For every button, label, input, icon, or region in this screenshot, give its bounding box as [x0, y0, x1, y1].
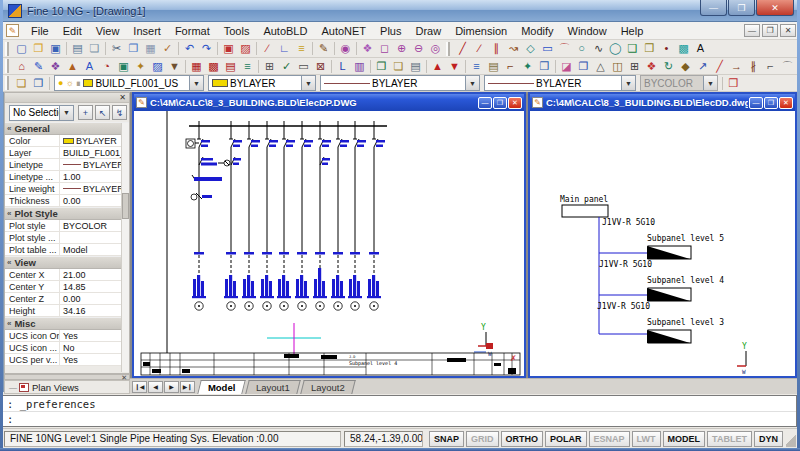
- new-file-icon[interactable]: ▢: [13, 41, 30, 56]
- command-input[interactable]: :: [3, 412, 796, 426]
- arc-icon[interactable]: ⌒: [556, 41, 573, 56]
- layer-dropdown[interactable]: ● ☼ ∎ BUILD_FL001_US ▼: [54, 75, 204, 91]
- match-properties-icon[interactable]: ✓: [159, 41, 176, 56]
- copy-icon[interactable]: ❐: [125, 41, 142, 56]
- toggle-pickadd-icon[interactable]: +: [78, 105, 93, 120]
- tab-model[interactable]: Model: [197, 380, 246, 394]
- minimize-button[interactable]: —: [478, 97, 492, 109]
- drawing-window-titlebar[interactable]: ✎ C:\4M\CALC\8_3_BUILDING.BLD\ElecDP.DWG…: [134, 94, 524, 111]
- save-icon[interactable]: ▣: [47, 41, 64, 56]
- restore-button[interactable]: ❐: [764, 97, 778, 109]
- prop-row[interactable]: Linetype BYLAYER: [5, 159, 129, 171]
- prop-row[interactable]: UCS icon ... No: [5, 342, 129, 354]
- zoom-in-icon[interactable]: ⊕: [393, 41, 410, 56]
- line-icon[interactable]: ╱: [454, 41, 471, 56]
- sketch-pencil-icon[interactable]: ✎: [315, 41, 332, 56]
- prop-section-general[interactable]: « General ▴: [5, 122, 129, 135]
- paste-icon[interactable]: ▦: [142, 41, 159, 56]
- plan-views-bar[interactable]: — Plan Views: [4, 380, 130, 394]
- color-dropdown[interactable]: BYLAYER ▼: [208, 75, 316, 91]
- prop-section-plot-style[interactable]: « Plot Style ▴: [5, 207, 129, 220]
- trim-icon[interactable]: ╱: [711, 59, 728, 74]
- autonet-levels-icon[interactable]: ≡: [239, 59, 256, 74]
- move-icon[interactable]: ❖: [643, 59, 660, 74]
- plot-markup-1-icon[interactable]: ▣: [220, 41, 237, 56]
- window-close-tool-icon[interactable]: ⊠: [312, 59, 329, 74]
- coordinates-display[interactable]: 58.24,-1.39,0.00: [344, 431, 423, 447]
- menu-help[interactable]: Help: [614, 23, 651, 39]
- panel-tool-icon[interactable]: ▥: [351, 59, 368, 74]
- layer-star-icon[interactable]: ✦: [519, 59, 536, 74]
- mdi-restore-button[interactable]: ❐: [762, 24, 778, 37]
- layer-block-icon[interactable]: ❒: [536, 59, 553, 74]
- autobld-star-icon[interactable]: ✦: [132, 59, 149, 74]
- extend-icon[interactable]: →: [728, 59, 745, 74]
- prop-section-misc[interactable]: « Misc ▴: [5, 317, 129, 330]
- hatch-icon[interactable]: ▩: [675, 41, 692, 56]
- autobld-drop-icon[interactable]: ▼: [166, 59, 183, 74]
- quick-select-icon[interactable]: ↯: [112, 105, 127, 120]
- toggle-polar[interactable]: POLAR: [545, 431, 587, 447]
- toggle-tablet[interactable]: TABLET: [707, 431, 752, 447]
- erase-icon[interactable]: ◪: [558, 59, 575, 74]
- copy-object-icon[interactable]: ❐: [575, 59, 592, 74]
- scale-icon[interactable]: ◆: [677, 59, 694, 74]
- prop-row[interactable]: UCS per v... Yes: [5, 354, 129, 366]
- tab-prev-icon[interactable]: ◀: [148, 381, 163, 393]
- prop-section-view[interactable]: « View ▴: [5, 256, 129, 269]
- toggle-snap[interactable]: SNAP: [429, 431, 464, 447]
- polyline-icon[interactable]: ↝: [505, 41, 522, 56]
- parallel-lines-icon[interactable]: ∥: [488, 41, 505, 56]
- tab-layout2[interactable]: Layout2: [301, 380, 356, 394]
- mdi-minimize-button[interactable]: —: [744, 24, 760, 37]
- resize-grip[interactable]: [786, 431, 796, 447]
- autobld-edit-icon[interactable]: ✎: [30, 59, 47, 74]
- array-icon[interactable]: ⊞: [626, 59, 643, 74]
- autobld-roof-icon[interactable]: ▲: [64, 59, 81, 74]
- mirror-icon[interactable]: △: [592, 59, 609, 74]
- autobld-view-icon[interactable]: ◔: [98, 59, 115, 74]
- print-preview-icon[interactable]: ❏: [86, 41, 103, 56]
- toggle-grid[interactable]: GRID: [466, 431, 499, 447]
- prop-row[interactable]: Plot style ...: [5, 232, 129, 244]
- chevron-down-icon[interactable]: ▼: [59, 106, 73, 120]
- prop-row[interactable]: Line weight BYLAYER: [5, 183, 129, 195]
- menu-autobld[interactable]: AutoBLD: [256, 23, 314, 39]
- prop-row[interactable]: UCS icon On Yes: [5, 330, 129, 342]
- circle-icon[interactable]: ○: [573, 41, 590, 56]
- autobld-panel-icon[interactable]: ▣: [115, 59, 132, 74]
- menu-edit[interactable]: Edit: [56, 23, 89, 39]
- restore-button[interactable]: ❐: [493, 97, 507, 109]
- rotate-icon[interactable]: ↻: [660, 59, 677, 74]
- autonet-grid-2-icon[interactable]: ▩: [205, 59, 222, 74]
- level-down-icon[interactable]: ▼: [446, 59, 463, 74]
- rect-view-icon[interactable]: ▭: [295, 59, 312, 74]
- open-folder-icon[interactable]: ❐: [30, 41, 47, 56]
- chamfer-icon[interactable]: ⌐: [762, 59, 779, 74]
- close-icon[interactable]: ✕: [116, 94, 129, 102]
- menu-autonet[interactable]: AutoNET: [314, 23, 373, 39]
- tab-last-icon[interactable]: ▶❙: [180, 381, 195, 393]
- construction-line-icon[interactable]: ∕: [471, 41, 488, 56]
- menu-format[interactable]: Format: [168, 23, 217, 39]
- rectangle-icon[interactable]: ▭: [539, 41, 556, 56]
- select-objects-icon[interactable]: ↖: [95, 105, 110, 120]
- ellipse-icon[interactable]: ◯: [607, 41, 624, 56]
- drawing-canvas[interactable]: Y W Main panel J1VV-R 5G10 J1VV-R 5G10 J…: [530, 111, 795, 376]
- fillet-icon[interactable]: ⌒: [779, 59, 796, 74]
- lineweight-dropdown[interactable]: BYLAYER ▼: [484, 75, 636, 91]
- chevron-down-icon[interactable]: ▼: [465, 76, 479, 90]
- menu-draw[interactable]: Draw: [408, 23, 448, 39]
- copy-tool-a-icon[interactable]: ❐: [373, 59, 390, 74]
- layer-list-icon[interactable]: ▤: [485, 59, 502, 74]
- copy-tool-b-icon[interactable]: ❏: [390, 59, 407, 74]
- chevron-down-icon[interactable]: ▼: [189, 76, 203, 90]
- level-up-icon[interactable]: ▲: [429, 59, 446, 74]
- plot-styles-icon[interactable]: ❒: [725, 76, 742, 91]
- menu-window[interactable]: Window: [561, 23, 614, 39]
- pan-icon[interactable]: ❖: [359, 41, 376, 56]
- minimize-button[interactable]: —: [749, 97, 763, 109]
- toggle-dyn[interactable]: DYN: [754, 431, 783, 447]
- layer-corner-icon[interactable]: ⌐: [502, 59, 519, 74]
- undo-icon[interactable]: ↶: [181, 41, 198, 56]
